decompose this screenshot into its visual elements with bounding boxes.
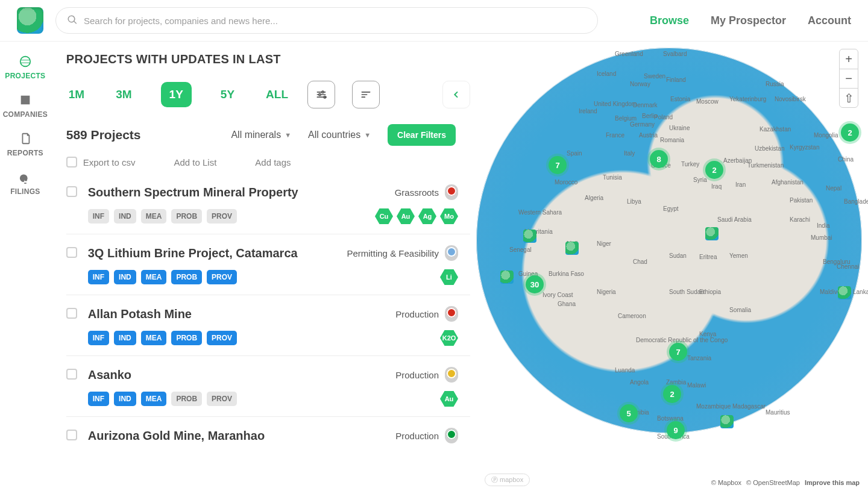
map-label: Russia <box>766 81 784 87</box>
mineral-badge: K2O <box>440 330 458 346</box>
period-1m[interactable]: 1M <box>66 83 87 106</box>
map-label: Democratic Republic of the Congo <box>636 337 728 343</box>
project-checkbox[interactable] <box>66 430 77 440</box>
export-csv-action[interactable]: Export to csv <box>83 157 136 167</box>
map-label: Tunisia <box>603 174 622 181</box>
resource-tag: MEA <box>141 209 167 224</box>
map-label: Afghanistan <box>772 179 804 186</box>
map-cluster-pin[interactable]: 2 <box>841 124 859 142</box>
map-label: Bengaluru <box>823 258 851 265</box>
nav-my-prospector[interactable]: My Prospector <box>711 14 786 27</box>
map-label: Turkmenistan <box>747 162 784 169</box>
map-zoom-in-button[interactable]: + <box>840 49 858 69</box>
clear-filters-button[interactable]: Clear Filters <box>388 124 456 146</box>
map-cluster-pin[interactable]: 2 <box>705 161 723 179</box>
logo[interactable] <box>17 7 43 34</box>
map-label: Libya <box>627 198 641 205</box>
period-all[interactable]: ALL <box>263 83 291 106</box>
nav-browse[interactable]: Browse <box>650 14 689 27</box>
mineral-badge: Li <box>440 269 458 285</box>
resource-tag: INF <box>88 331 109 345</box>
sidebar-item-filings[interactable]: FILINGS <box>10 170 40 196</box>
period-1y[interactable]: 1Y <box>161 82 192 107</box>
project-checkbox[interactable] <box>66 369 77 380</box>
project-checkbox[interactable] <box>66 308 77 319</box>
add-to-list-action[interactable]: Add to List <box>174 157 216 167</box>
map-label: Ireland <box>579 108 597 114</box>
map-label: Kyrgyzstan <box>790 144 819 151</box>
map-label: Zambia <box>666 379 686 386</box>
resource-tag: PROV <box>207 392 237 406</box>
period-5y[interactable]: 5Y <box>218 83 237 106</box>
map-globe[interactable]: GreenlandSvalbardIcelandSwedenNorwayFinl… <box>476 48 862 433</box>
map-label: France <box>606 132 624 139</box>
map-label: Nepal <box>826 185 841 192</box>
project-title[interactable]: Allan Potash Mine <box>88 307 192 321</box>
map-label: Belgium <box>615 115 637 122</box>
map-label: Svalbard <box>663 51 687 57</box>
project-checkbox[interactable] <box>66 186 77 197</box>
map-compass-button[interactable]: ⇧ <box>840 88 858 107</box>
select-all-checkbox[interactable] <box>66 157 77 167</box>
map-label: Uzbekistan <box>755 145 784 152</box>
map-label: Norway <box>630 81 650 87</box>
map-label: Morocco <box>555 179 577 186</box>
map-cluster-pin[interactable]: 30 <box>526 275 544 293</box>
map-cluster-pin[interactable]: 5 <box>620 404 638 422</box>
resource-tag: IND <box>114 392 136 406</box>
map-project-pin[interactable] <box>838 286 851 299</box>
sidebar-item-companies[interactable]: COMPANIES <box>3 93 48 119</box>
map-label: Madagascar <box>732 403 766 410</box>
minerals-dropdown[interactable]: All minerals▼ <box>231 130 291 140</box>
map-label: South Sudan <box>669 289 704 295</box>
period-3m[interactable]: 3M <box>113 83 134 106</box>
sidebar-item-reports[interactable]: REPORTS <box>7 132 43 157</box>
map-project-pin[interactable] <box>523 230 536 243</box>
chevron-down-icon: ▼ <box>364 131 371 139</box>
sort-button[interactable] <box>352 81 380 108</box>
map-label: Mumbai <box>811 234 832 241</box>
resource-tag: PROV <box>207 209 237 224</box>
project-row: Allan Potash MineProductionINFINDMEAPROB… <box>66 295 470 355</box>
filter-settings-button[interactable] <box>307 81 335 108</box>
add-tags-action[interactable]: Add tags <box>255 157 291 167</box>
map-label: Romania <box>660 137 684 143</box>
project-title[interactable]: 3Q Lithium Brine Project, Catamarca <box>88 246 298 260</box>
map-project-pin[interactable] <box>720 415 734 428</box>
project-row: Aurizona Gold Mine, MaranhaoProduction <box>66 416 470 453</box>
map-project-pin[interactable] <box>500 271 514 284</box>
countries-dropdown[interactable]: All countries▼ <box>308 130 371 140</box>
project-checkbox[interactable] <box>66 247 77 258</box>
map-label: Iceland <box>597 70 616 77</box>
map-cluster-pin[interactable]: 2 <box>663 385 681 403</box>
map-zoom-out-button[interactable]: − <box>840 69 858 88</box>
map-cluster-pin[interactable]: 8 <box>650 150 668 168</box>
project-title[interactable]: Southern Spectrum Mineral Property <box>88 186 298 199</box>
map-label: Luanda <box>615 367 635 374</box>
sidebar-item-projects[interactable]: PROJECTS <box>5 55 45 80</box>
map-label: Mozambique <box>696 403 731 410</box>
map-label: Spain <box>567 150 582 157</box>
map-cluster-pin[interactable]: 7 <box>669 343 687 361</box>
page-title: PROJECTS WITH UPDATES IN LAST <box>66 52 470 66</box>
map-cluster-pin[interactable]: 7 <box>549 156 567 174</box>
project-title[interactable]: Aurizona Gold Mine, Maranhao <box>88 429 265 443</box>
map-label: Syria <box>693 177 707 183</box>
map-label: Chad <box>633 258 647 265</box>
resource-tag: INF <box>88 270 109 284</box>
map-project-pin[interactable] <box>565 242 579 255</box>
project-stage: Production <box>395 309 439 319</box>
map-label: Germany <box>630 121 655 128</box>
resource-tag: PROB <box>171 331 202 345</box>
map-label: Sudan <box>669 252 687 259</box>
search-input[interactable]: Search for projects, companies and news … <box>55 7 598 34</box>
map-label: Mauritius <box>766 409 790 416</box>
project-list: Southern Spectrum Mineral PropertyGrassr… <box>66 174 470 453</box>
map-project-pin[interactable] <box>705 227 719 240</box>
map-cluster-pin[interactable]: 9 <box>667 421 685 439</box>
map-label: Mongolia <box>814 132 838 139</box>
map-label: Ukraine <box>669 125 690 131</box>
collapse-panel-button[interactable] <box>442 81 470 108</box>
nav-account[interactable]: Account <box>808 14 851 27</box>
project-title[interactable]: Asanko <box>88 368 131 382</box>
